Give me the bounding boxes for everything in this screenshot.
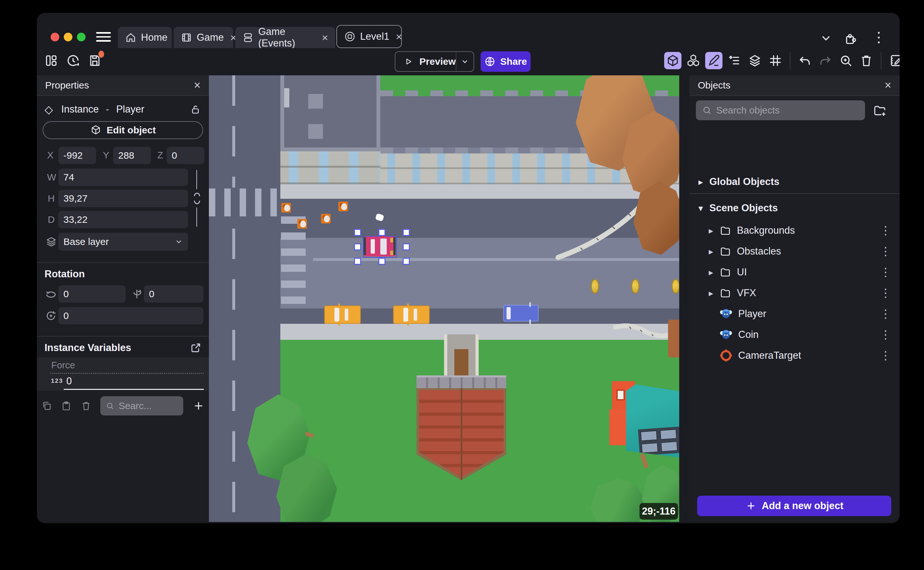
y-input[interactable] [113, 147, 151, 164]
blue-car[interactable] [503, 305, 539, 322]
edit-object-button[interactable]: Edit object [43, 121, 203, 139]
global-objects-row[interactable]: ▸ Global Objects [689, 172, 900, 192]
chevron-down-icon[interactable] [819, 31, 833, 45]
coin[interactable] [631, 279, 640, 294]
building-roof-left[interactable] [280, 75, 380, 151]
rotation-x-input[interactable] [58, 285, 125, 303]
coin[interactable] [591, 279, 599, 294]
item-menu-dots-icon[interactable]: ⋮ [880, 224, 891, 237]
resize-handle-sw[interactable] [354, 258, 361, 265]
taxi-car[interactable] [393, 305, 430, 324]
add-variable-plus-icon[interactable] [192, 400, 205, 412]
variables-search[interactable] [100, 396, 183, 415]
tab-close-icon[interactable]: × [396, 31, 402, 42]
variables-search-input[interactable] [119, 400, 177, 411]
traffic-light-close[interactable] [50, 33, 59, 41]
tree-item-ui[interactable]: ▸ UI ⋮ [689, 262, 900, 282]
undo-icon[interactable] [796, 52, 814, 69]
close-icon[interactable]: × [194, 78, 200, 92]
expand-chevron-icon[interactable]: ▸ [698, 177, 709, 187]
collapse-chevron-icon[interactable]: ▾ [698, 203, 709, 213]
traffic-cone[interactable] [321, 214, 331, 224]
preview-button[interactable]: Preview [395, 51, 474, 72]
selected-player-car[interactable] [363, 237, 396, 256]
link-dimensions-icon[interactable] [192, 192, 202, 205]
tree-item-vfx[interactable]: ▸ VFX ⋮ [689, 283, 900, 303]
tree-item-player[interactable]: Player ⋮ [689, 303, 900, 324]
delete-trash-icon[interactable] [858, 52, 875, 69]
menu-icon[interactable] [96, 32, 111, 42]
tab-game-events[interactable]: Game (Events) × [235, 27, 335, 48]
item-menu-dots-icon[interactable]: ⋮ [880, 265, 891, 279]
z-input[interactable] [166, 147, 205, 164]
resize-handle-n[interactable] [379, 229, 385, 236]
redo-icon[interactable] [817, 52, 834, 69]
tree-item-obstacles[interactable]: ▸ Obstacles ⋮ [689, 241, 900, 262]
edit-pencil-icon[interactable] [705, 52, 722, 69]
item-menu-dots-icon[interactable]: ⋮ [880, 349, 891, 362]
h-input[interactable] [58, 190, 188, 207]
copy-icon[interactable] [41, 400, 52, 411]
fallen-branch[interactable] [613, 322, 671, 342]
rotation-y-input[interactable] [144, 285, 203, 303]
item-menu-dots-icon[interactable]: ⋮ [880, 328, 891, 342]
traffic-cone[interactable] [297, 219, 307, 228]
resize-handle-nw[interactable] [354, 229, 361, 236]
close-icon[interactable]: × [884, 78, 891, 92]
traffic-cone[interactable] [281, 203, 291, 213]
tab-home[interactable]: Home [118, 27, 172, 48]
w-input[interactable] [58, 169, 188, 186]
resize-handle-ne[interactable] [403, 229, 410, 236]
d-input[interactable] [58, 211, 188, 228]
traffic-cone[interactable] [338, 202, 348, 211]
add-new-object-button[interactable]: Add a new object [697, 496, 891, 516]
paste-icon[interactable] [61, 400, 72, 411]
objects-cubes-icon[interactable] [685, 52, 702, 69]
panels-layout-icon[interactable] [43, 52, 60, 69]
expand-chevron-icon[interactable]: ▸ [709, 267, 719, 277]
x-input[interactable] [58, 147, 96, 164]
coin[interactable] [672, 279, 679, 294]
layers-icon[interactable] [746, 52, 764, 69]
view-3d-icon[interactable] [664, 52, 681, 69]
save-icon[interactable] [86, 52, 104, 69]
traffic-light-minimize[interactable] [64, 33, 72, 41]
rotation-z-input[interactable] [58, 307, 203, 325]
trash-icon[interactable] [81, 400, 91, 411]
objects-search[interactable] [696, 100, 865, 120]
unlock-icon[interactable] [190, 104, 201, 115]
tree-item-coin[interactable]: Coin ⋮ [689, 325, 900, 345]
scene-objects-row[interactable]: ▾ Scene Objects [689, 198, 900, 218]
resize-handle-w[interactable] [354, 243, 361, 250]
add-folder-icon[interactable] [873, 104, 887, 118]
expand-chevron-icon[interactable]: ▸ [709, 225, 719, 236]
resize-handle-e[interactable] [403, 243, 410, 250]
scene-canvas[interactable]: 29;-116 [209, 75, 679, 522]
house-building[interactable] [609, 377, 679, 460]
item-menu-dots-icon[interactable]: ⋮ [880, 286, 891, 300]
scene-notes-icon[interactable] [887, 52, 900, 69]
layer-select[interactable]: Base layer [58, 233, 188, 251]
zoom-in-icon[interactable] [837, 52, 854, 69]
window-menu-dots-icon[interactable]: ⋮ [872, 29, 886, 45]
tab-close-icon[interactable]: × [322, 32, 328, 43]
expand-chevron-icon[interactable]: ▸ [709, 288, 719, 299]
preview-dropdown-chevron-icon[interactable] [461, 57, 469, 67]
item-menu-dots-icon[interactable]: ⋮ [880, 245, 891, 258]
taxi-car[interactable] [324, 305, 361, 324]
tree-item-backgrounds[interactable]: ▸ Backgrounds ⋮ [689, 220, 900, 241]
open-external-icon[interactable] [190, 342, 202, 354]
variable-row[interactable]: Force 123 0 [37, 357, 209, 391]
tower-building[interactable] [417, 334, 506, 480]
tree-item-cameratarget[interactable]: CameraTarget ⋮ [689, 345, 900, 366]
tab-game[interactable]: Game × [174, 27, 233, 48]
instances-list-icon[interactable] [726, 52, 743, 69]
expand-chevron-icon[interactable]: ▸ [709, 246, 719, 257]
resize-handle-s[interactable] [379, 258, 385, 265]
objects-search-input[interactable] [716, 105, 858, 116]
tab-level1[interactable]: Level1 × [336, 25, 402, 48]
item-menu-dots-icon[interactable]: ⋮ [880, 307, 891, 320]
history-icon[interactable] [64, 52, 82, 69]
grid-icon[interactable] [767, 52, 784, 69]
resize-handle-se[interactable] [403, 258, 410, 265]
